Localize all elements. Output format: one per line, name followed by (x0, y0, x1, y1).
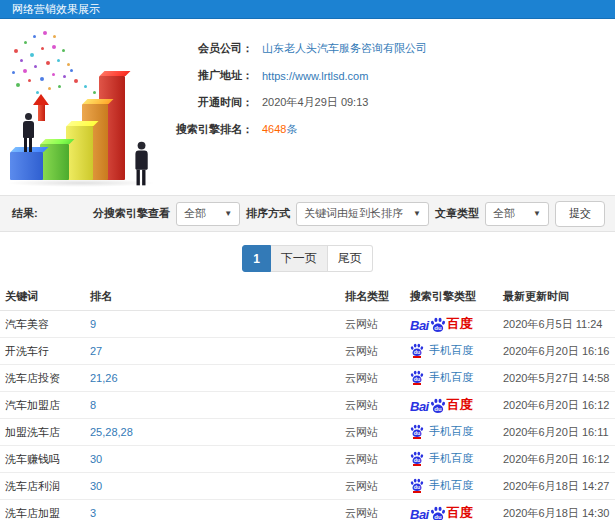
info-row-company: 会员公司： 山东老人头汽车服务咨询有限公司 (155, 35, 615, 62)
svg-text:du: du (434, 325, 442, 331)
mobile-baidu-label: 手机百度 (429, 343, 473, 358)
rank-link[interactable]: 3 (90, 507, 345, 519)
update-time-cell: 2020年6月20日 16:16 (503, 344, 615, 359)
mobile-baidu-paw-icon: du (410, 451, 424, 465)
info-row-rank-count: 搜索引擎排名： 4648条 (155, 116, 615, 143)
svg-text:du: du (414, 377, 420, 383)
company-link[interactable]: 山东老人头汽车服务咨询有限公司 (262, 41, 427, 56)
engine-cell: Bai du 百度 (410, 451, 503, 468)
rank-link[interactable]: 30 (90, 453, 345, 465)
engine-cell: Bai du 百度 (410, 396, 503, 414)
sort-selected: 关键词由短到长排序 (304, 206, 403, 221)
pagination: 1 下一页 尾页 (0, 245, 615, 272)
table-header-row: 关键词 排名 排名类型 搜索引擎类型 最新更新时间 (0, 282, 615, 311)
table-row: 洗车赚钱吗 30 云网站 Bai du (0, 446, 615, 473)
rank-link[interactable]: 9 (90, 318, 345, 330)
baidu-paw-icon: du (430, 317, 446, 333)
mobile-baidu-paw-icon: du (410, 424, 424, 438)
update-time-cell: 2020年5月27日 14:58 (503, 371, 615, 386)
last-page-button[interactable]: 尾页 (328, 245, 373, 272)
rank-count-number: 4648 (262, 123, 286, 135)
rank-type-cell: 云网站 (345, 479, 410, 494)
keyword-cell: 洗车赚钱吗 (5, 452, 90, 467)
table-row: 加盟洗车店 25,28,28 云网站 Bai du (0, 419, 615, 446)
col-header-engine: 搜索引擎类型 (410, 289, 503, 304)
update-time-cell: 2020年6月18日 14:27 (503, 479, 615, 494)
bar-blue (10, 152, 43, 180)
update-time-cell: 2020年6月20日 16:11 (503, 425, 615, 440)
rank-type-cell: 云网站 (345, 344, 410, 359)
mobile-baidu-label: 手机百度 (429, 451, 473, 466)
keyword-cell: 洗车店加盟 (5, 506, 90, 520)
mobile-baidu-label: 手机百度 (429, 424, 473, 439)
col-header-rank: 排名 (90, 289, 345, 304)
mobile-baidu-label: 手机百度 (429, 478, 473, 493)
member-info: 会员公司： 山东老人头汽车服务咨询有限公司 推广地址： https://www.… (155, 35, 615, 143)
svg-text:du: du (434, 514, 442, 520)
mobile-baidu-logo: du 手机百度 (410, 424, 473, 439)
engine-cell: Bai du 百度 (410, 370, 503, 387)
keyword-cell: 开洗车行 (5, 344, 90, 359)
businessman-figure-left (20, 113, 36, 152)
promo-url-label: 推广地址： (155, 68, 253, 83)
promo-url-link[interactable]: https://www.lrtlsd.com (262, 70, 368, 82)
mobile-baidu-logo: du 手机百度 (410, 370, 473, 385)
baidu-logo: Bai du 百度 (410, 504, 473, 520)
engine-cell: Bai du 百度 (410, 504, 503, 520)
keyword-cell: 汽车美容 (5, 317, 90, 332)
rank-type-cell: 云网站 (345, 371, 410, 386)
engine-view-select[interactable]: 全部 ▼ (176, 202, 240, 226)
mobile-baidu-paw-icon: du (410, 343, 424, 357)
rank-type-cell: 云网站 (345, 452, 410, 467)
update-time-cell: 2020年6月20日 16:12 (503, 452, 615, 467)
rank-type-cell: 云网站 (345, 425, 410, 440)
sort-select[interactable]: 关键词由短到长排序 ▼ (296, 202, 429, 226)
chevron-down-icon: ▼ (403, 209, 421, 218)
rank-link[interactable]: 21,26 (90, 372, 345, 384)
table-row: 洗车店加盟 3 云网站 Bai du (0, 500, 615, 520)
engine-cell: Bai du 百度 (410, 315, 503, 333)
engine-rank-value: 4648条 (262, 122, 297, 137)
table-row: 汽车加盟店 8 云网站 Bai du (0, 392, 615, 419)
keyword-rank-table: 关键词 排名 排名类型 搜索引擎类型 最新更新时间 汽车美容 9 云网站 Bai (0, 282, 615, 520)
engine-cell: Bai du 百度 (410, 343, 503, 360)
info-row-open-time: 开通时间： 2020年4月29日 09:13 (155, 89, 615, 116)
rank-count-unit: 条 (286, 123, 297, 135)
update-time-cell: 2020年6月5日 11:24 (503, 317, 615, 332)
engine-cell: Bai du 百度 (410, 478, 503, 495)
info-row-url: 推广地址： https://www.lrtlsd.com (155, 62, 615, 89)
update-time-cell: 2020年6月18日 14:30 (503, 506, 615, 520)
summary-panel: 会员公司： 山东老人头汽车服务咨询有限公司 推广地址： https://www.… (0, 19, 615, 195)
rank-link[interactable]: 25,28,28 (90, 426, 345, 438)
rank-type-cell: 云网站 (345, 317, 410, 332)
growth-chart-illustration (0, 21, 165, 191)
svg-text:du: du (414, 350, 420, 356)
next-page-button[interactable]: 下一页 (271, 245, 328, 272)
keyword-cell: 汽车加盟店 (5, 398, 90, 413)
rank-link[interactable]: 27 (90, 345, 345, 357)
open-time-value: 2020年4月29日 09:13 (262, 95, 368, 110)
table-row: 洗车店利润 30 云网站 Bai du (0, 473, 615, 500)
engine-view-label: 分搜索引擎查看 (93, 206, 170, 221)
page-1-button[interactable]: 1 (242, 245, 271, 272)
table-row: 汽车美容 9 云网站 Bai du (0, 311, 615, 338)
table-row: 洗车店投资 21,26 云网站 Bai du (0, 365, 615, 392)
article-type-select[interactable]: 全部 ▼ (485, 202, 549, 226)
rank-link[interactable]: 30 (90, 480, 345, 492)
table-row: 开洗车行 27 云网站 Bai du (0, 338, 615, 365)
filter-controls: 分搜索引擎查看 全部 ▼ 排序方式 关键词由短到长排序 ▼ 文章类型 全部 ▼ … (93, 201, 605, 227)
update-time-cell: 2020年6月20日 16:12 (503, 398, 615, 413)
baidu-paw-icon: du (430, 506, 446, 520)
page-header: 网络营销效果展示 (0, 0, 615, 19)
mobile-baidu-label: 手机百度 (429, 370, 473, 385)
company-label: 会员公司： (155, 41, 253, 56)
mobile-baidu-logo: du 手机百度 (410, 343, 473, 358)
svg-text:du: du (414, 485, 420, 491)
mobile-baidu-paw-icon: du (410, 370, 424, 384)
rank-type-cell: 云网站 (345, 506, 410, 520)
rank-link[interactable]: 8 (90, 399, 345, 411)
col-header-rank-type: 排名类型 (345, 289, 410, 304)
chevron-down-icon: ▼ (214, 209, 232, 218)
mobile-baidu-logo: du 手机百度 (410, 478, 473, 493)
submit-button[interactable]: 提交 (555, 201, 605, 227)
